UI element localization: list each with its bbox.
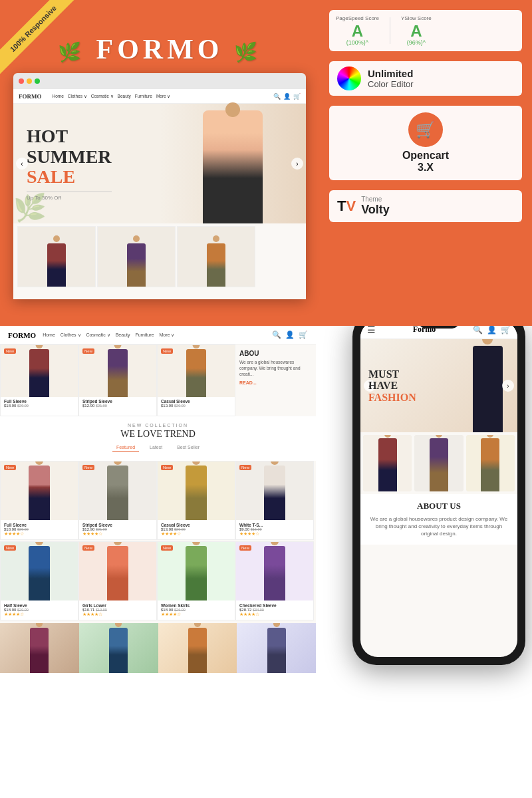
top-section: 100% Responsive 🌿 FORMO 🌿 FORMO Home xyxy=(0,0,532,326)
logo-leaf-right: 🌿 xyxy=(234,41,261,63)
cart-icon: 🛒 xyxy=(293,93,301,100)
prod-r1-2: Striped Sleeve $12.90 $21.00 ★★★★☆ New xyxy=(78,461,157,540)
product-grid-row2: Half Sleeve $18.90 $29.00 ★★★★☆ New Girl… xyxy=(0,541,316,620)
prod-r1-1: Full Sleeve $18.90 $29.00 ★★★★☆ New xyxy=(0,461,78,540)
hero-subtitle: Up To 30% Off xyxy=(27,192,112,201)
fashion-item-1: Fashion Guide xyxy=(0,623,79,673)
prod-r1-3: Casual Sleeve $13.90 $20.00 ★★★★☆ New xyxy=(157,461,235,540)
store-cart-icon: 🛒 xyxy=(299,331,308,339)
search-icon: 🔍 xyxy=(273,93,281,100)
color-editor-text: Unlimited Color Editor xyxy=(368,68,414,89)
prod-thumb-3 xyxy=(177,226,255,287)
store-content: FORMO Home Clothes ∨ Cosmatic ∨ Beauty F… xyxy=(0,326,316,673)
phone-hero-line2: HAVE xyxy=(368,380,416,392)
pagespeed-label: PageSpeed Score xyxy=(336,15,379,21)
store-nav: FORMO Home Clothes ∨ Cosmatic ∨ Beauty F… xyxy=(0,326,316,344)
phone-user-icon[interactable]: 👤 xyxy=(487,326,497,334)
phone-about-text: We are a global housewares product desig… xyxy=(368,515,509,538)
pagespeed-badge: PageSpeed Score A (100%)^ xyxy=(336,15,379,46)
prod-top-2: Striped Sleeve $12.90 $21.00 New xyxy=(78,344,157,416)
product-grid-row1: Full Sleeve $18.90 $29.00 ★★★★☆ New Stri… xyxy=(0,461,316,540)
prod-r1-4: White T-S... $9.00 $16.00 ★★★★☆ New xyxy=(235,461,314,540)
pagespeed-grade: A xyxy=(352,23,363,39)
hero-line2: SUMMER xyxy=(27,147,112,168)
wlt-section: New Collection WE LOVE TREND Featured La… xyxy=(0,416,316,461)
tab-latest[interactable]: Latest xyxy=(146,444,166,452)
browser-content: FORMO Home Clothes ∨ Cosmatic ∨ Beauty F… xyxy=(13,89,306,299)
about-partial: ABOU We are a global housewares company.… xyxy=(235,344,316,416)
speed-divider xyxy=(390,17,390,44)
phone-search-icon[interactable]: 🔍 xyxy=(473,326,483,334)
store-nav-logo: FORMO xyxy=(8,331,36,339)
tv-volty-text: Volty xyxy=(361,203,390,217)
color-editor-title: Unlimited xyxy=(368,68,414,79)
phone-hero-text: MUST HAVE FASHION xyxy=(360,362,424,410)
fashion-item-3: Collection xyxy=(158,623,237,673)
opencart-label: Opencart 3.X xyxy=(402,150,449,174)
read-more-link[interactable]: READ... xyxy=(239,380,312,385)
prod-top-1: Full Sleeve $18.90 $29.00 New xyxy=(0,344,78,416)
right-column: PageSpeed Score A (100%)^ YSlow Score A … xyxy=(319,0,532,326)
tab-featured[interactable]: Featured xyxy=(112,444,139,452)
store-search-icon: 🔍 xyxy=(272,331,281,339)
phone-hero-line1: MUST xyxy=(368,368,416,380)
phone-mockup: ☰ Formo 🔍 👤 🛒 ‹ MUST HAVE FASHION xyxy=(352,326,525,665)
prod-img-1 xyxy=(18,227,95,287)
store-nav-icons: 🔍 👤 🛒 xyxy=(272,331,308,339)
prod-thumb-1 xyxy=(17,226,96,287)
prod-r2-2: Girls Lower $10.71 $19.00 ★★★★☆ New xyxy=(78,541,157,620)
about-partial-title: ABOU xyxy=(239,350,312,357)
phone-nav-icons: 🔍 👤 🛒 xyxy=(473,326,511,334)
themevolty-badge: TV Theme Volty xyxy=(329,190,522,222)
pagespeed-percent: (100%)^ xyxy=(346,39,368,46)
top-products-row: Full Sleeve $18.90 $29.00 New Striped Sl… xyxy=(0,344,316,416)
hero-banner: ‹ HOT SUMMER SALE Up To 30% Off 🌿 › xyxy=(13,104,306,223)
tv-theme-text: Theme xyxy=(361,196,390,203)
tab-best-seller[interactable]: Best Seller xyxy=(173,444,203,452)
phone-products-1 xyxy=(360,432,517,494)
yslow-label: YSlow Score xyxy=(401,15,432,21)
hero-arrow-right[interactable]: › xyxy=(291,158,303,170)
tv-name: Theme Volty xyxy=(361,196,390,217)
phone-arrow-right[interactable]: › xyxy=(502,380,514,392)
phone-prod-2 xyxy=(414,435,463,491)
tv-logo: TV xyxy=(337,198,356,215)
responsive-banner: 100% Responsive xyxy=(0,0,106,106)
phone-outer: ☰ Formo 🔍 👤 🛒 ‹ MUST HAVE FASHION xyxy=(352,326,525,665)
prod-thumb-2 xyxy=(97,226,176,287)
mini-nav-icons: 🔍 👤 🛒 xyxy=(273,93,301,100)
model-head xyxy=(225,102,240,117)
prod-r2-4: Checkered Sleeve $28.72 $34.00 ★★★★☆ New xyxy=(235,541,314,620)
color-wheel-icon xyxy=(337,66,361,90)
prod-top-3: Casual Sleeve $13.90 $20.00 New xyxy=(157,344,235,416)
hamburger-icon[interactable]: ☰ xyxy=(367,326,376,335)
opencart-badge: 🛒 Opencart 3.X xyxy=(329,106,522,180)
banner-text: 100% Responsive xyxy=(9,4,58,53)
phone-cart-icon[interactable]: 🛒 xyxy=(501,326,511,334)
phone-hero: ‹ MUST HAVE FASHION › xyxy=(360,339,517,432)
wlt-subtitle: New Collection xyxy=(8,423,308,428)
phone-about: ABOUT US We are a global housewares prod… xyxy=(360,494,517,545)
hero-model-figure xyxy=(203,110,263,223)
color-editor-badge: Unlimited Color Editor xyxy=(329,61,522,96)
bottom-section: FORMO Home Clothes ∨ Cosmatic ∨ Beauty F… xyxy=(0,326,532,798)
prod-r2-3: Women Skirts $18.90 $26.00 ★★★★☆ New xyxy=(157,541,235,620)
fashion-item-2: Not avail... xyxy=(79,623,158,673)
phone-notch xyxy=(419,326,459,329)
fashion-strip: Fashion Guide Not avail... xyxy=(0,623,316,673)
hero-line1: HOT xyxy=(27,126,112,147)
phone-screen: ☰ Formo 🔍 👤 🛒 ‹ MUST HAVE FASHION xyxy=(360,326,517,657)
phone-hero-line3: FASHION xyxy=(368,392,416,404)
product-thumbnails xyxy=(13,223,306,290)
hero-image-area xyxy=(160,104,306,223)
opencart-icon: 🛒 xyxy=(408,112,443,147)
wlt-title: WE LOVE TREND xyxy=(8,429,308,440)
prod-img-3 xyxy=(178,227,255,287)
yslow-percent: (96%)^ xyxy=(407,39,426,46)
speed-badges: PageSpeed Score A (100%)^ YSlow Score A … xyxy=(329,10,522,51)
yslow-grade: A xyxy=(410,23,422,39)
prod-r2-1: Half Sleeve $18.90 $29.00 ★★★★☆ New xyxy=(0,541,78,620)
store-nav-links: Home Clothes ∨ Cosmatic ∨ Beauty Furnitu… xyxy=(43,332,265,338)
phone-prod-1 xyxy=(363,435,412,491)
phone-about-title: ABOUT US xyxy=(368,501,509,511)
